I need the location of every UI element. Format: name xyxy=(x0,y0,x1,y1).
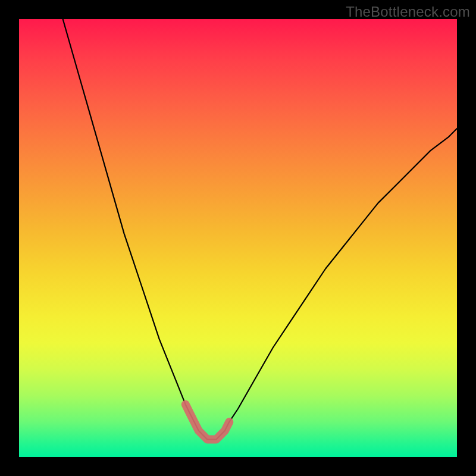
watermark-text: TheBottleneck.com xyxy=(346,4,470,20)
chart-plot-area xyxy=(19,19,457,457)
bottleneck-curve-path xyxy=(63,19,457,440)
curve-svg xyxy=(19,19,457,457)
sweet-zone-path xyxy=(186,405,230,440)
chart-frame: TheBottleneck.com xyxy=(0,0,476,476)
